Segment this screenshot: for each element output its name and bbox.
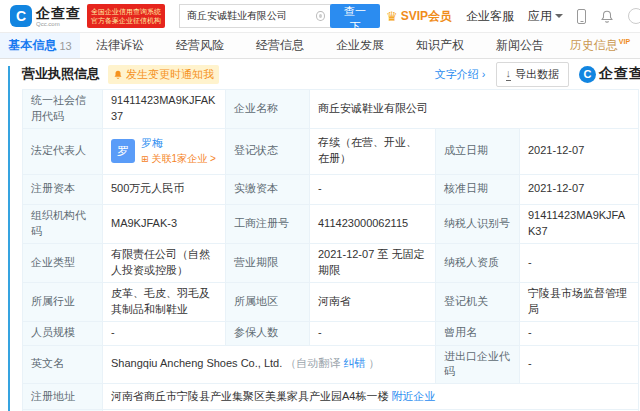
taxpayer-quality-value: -: [520, 243, 639, 282]
image-search-icon[interactable]: [316, 11, 325, 21]
region-value: 河南省: [310, 282, 436, 321]
org-code-label: 组织机构代码: [23, 204, 103, 243]
legal-rep-avatar: 罗: [111, 139, 135, 163]
notify-on-change-toggle[interactable]: 发生变更时通知我: [108, 65, 219, 84]
notification-bell-icon[interactable]: [600, 9, 614, 24]
taxpayer-id-value: 91411423MA9KJFAK37: [520, 204, 639, 243]
address-value: 河南省商丘市宁陵县产业集聚区美巢家具产业园A4栋一楼: [111, 390, 388, 402]
table-row: 注册地址 河南省商丘市宁陵县产业集聚区美巢家具产业园A4栋一楼 附近企业: [23, 384, 639, 410]
biz-reg-no-value: 411423000062115: [310, 204, 436, 243]
apps-menu[interactable]: 应用: [528, 8, 563, 25]
english-name-label: 英文名: [23, 345, 103, 384]
taxpayer-quality-label: 纳税人资质: [436, 243, 520, 282]
mobile-app-icon[interactable]: [577, 9, 586, 24]
staff-size-label: 人员规模: [23, 321, 103, 345]
export-data-button[interactable]: ↓ 导出数据: [496, 62, 570, 87]
text-intro-link[interactable]: 文字介绍 ›: [435, 67, 486, 82]
qcc-logo-domain: Qcc.com: [36, 21, 81, 27]
tab-basic-info-label: 基本信息: [8, 37, 56, 54]
industry-value: 皮革、毛皮、羽毛及其制品和制鞋业: [103, 282, 226, 321]
est-date-label: 成立日期: [436, 128, 520, 174]
chevron-down-icon: [555, 14, 563, 18]
table-row: 英文名 Shangqiu Ancheng Shoes Co., Ltd. （自动…: [23, 345, 639, 384]
official-badge: 全国企业信用查询系统 官方备案企业征信机构: [87, 4, 165, 29]
insured-label: 参保人数: [226, 321, 310, 345]
industry-label: 所属行业: [23, 282, 103, 321]
official-badge-line2: 官方备案企业征信机构: [91, 16, 161, 25]
reg-capital-label: 注册资本: [23, 174, 103, 204]
company-nav-tabs: 基本信息 13 法律诉讼 经营风险 经营信息 企业发展 知识产权 新闻公告 历史…: [0, 32, 640, 59]
bell-icon: [113, 69, 123, 80]
table-row: 所属行业 皮革、毛皮、羽毛及其制品和制鞋业 所属地区 河南省 登记机关 宁陵县市…: [23, 282, 639, 321]
legal-rep-link[interactable]: 罗梅: [141, 137, 216, 150]
approve-date-value: 2021-12-07: [520, 174, 639, 204]
notify-label: 发生变更时通知我: [126, 67, 214, 82]
enterprise-service-link[interactable]: 企业客服: [466, 8, 514, 25]
paid-capital-label: 实缴资本: [226, 174, 310, 204]
address-label: 注册地址: [23, 384, 103, 410]
qcc-watermark: C 企查查: [579, 65, 640, 83]
official-badge-line1: 全国企业信用查询系统: [91, 7, 161, 16]
authority-value: 宁陵县市场监督管理局: [520, 282, 639, 321]
reg-status-label: 登记状态: [226, 128, 310, 174]
apps-label: 应用: [528, 9, 552, 23]
qcc-logo-text: 企查查: [36, 6, 81, 20]
import-export-value: -: [520, 345, 639, 384]
related-companies-link[interactable]: 关联1家企业 >: [152, 153, 216, 164]
tab-operation-info[interactable]: 经营信息: [240, 33, 320, 58]
company-type-value: 有限责任公司（自然人投资或控股）: [103, 243, 226, 282]
insured-value: -: [310, 321, 436, 345]
search-button[interactable]: 查一下: [330, 4, 380, 28]
tab-legal-litigation[interactable]: 法律诉讼: [80, 33, 160, 58]
table-row: 人员规模 - 参保人数 - 曾用名 -: [23, 321, 639, 345]
business-license-table: 统一社会信用代码 91411423MA9KJFAK37 企业名称 商丘安诚鞋业有…: [22, 89, 639, 411]
left-scroll-rail: [8, 66, 10, 411]
qcc-logo[interactable]: C 企查查 Qcc.com: [10, 5, 81, 27]
tab-news[interactable]: 新闻公告: [480, 33, 560, 58]
authority-label: 登记机关: [436, 282, 520, 321]
former-name-value: -: [520, 321, 639, 345]
credit-code-label: 统一社会信用代码: [23, 90, 103, 129]
table-row: 注册资本 500万元人民币 实缴资本 - 核准日期 2021-12-07: [23, 174, 639, 204]
org-code-value: MA9KJFAK-3: [103, 204, 226, 243]
taxpayer-id-label: 纳税人识别号: [436, 204, 520, 243]
tab-company-development[interactable]: 企业发展: [320, 33, 400, 58]
svip-label: SVIP会员: [401, 8, 452, 25]
reg-status-value: 存续（在营、开业、在册）: [310, 128, 436, 174]
svip-member-link[interactable]: ♛ SVIP会员: [386, 8, 452, 25]
biz-term-label: 营业期限: [226, 243, 310, 282]
vip-badge: VIP: [619, 38, 630, 45]
paid-capital-value: -: [310, 174, 436, 204]
former-name-label: 曾用名: [436, 321, 520, 345]
qcc-watermark-icon: C: [579, 66, 596, 83]
crown-icon: ♛: [386, 9, 398, 24]
table-row: 企业类型 有限责任公司（自然人投资或控股） 营业期限 2021-12-07 至 …: [23, 243, 639, 282]
credit-code-value: 91411423MA9KJFAK37: [103, 90, 226, 129]
reg-capital-value: 500万元人民币: [103, 174, 226, 204]
import-export-label: 进出口企业代码: [436, 345, 520, 384]
company-type-label: 企业类型: [23, 243, 103, 282]
staff-size-value: -: [103, 321, 226, 345]
auto-translate-note: （自动翻译: [285, 357, 340, 369]
tab-intellectual-property[interactable]: 知识产权: [400, 33, 480, 58]
qcc-watermark-text: 企查查: [599, 65, 640, 83]
qcc-logo-icon: C: [10, 5, 32, 27]
correct-translation-link[interactable]: 纠错: [343, 357, 365, 369]
tab-operation-risk[interactable]: 经营风险: [160, 33, 240, 58]
export-label: 导出数据: [515, 67, 559, 82]
biz-term-value: 2021-12-07 至 无固定期限: [310, 243, 436, 282]
company-search-input[interactable]: [179, 4, 331, 28]
est-date-value: 2021-12-07: [520, 128, 639, 174]
table-row: 法定代表人 罗 罗梅 ⊞ 关联1家企业 > 登记状态 存续（在营、开业、在册） …: [23, 128, 639, 174]
nearby-companies-link[interactable]: 附近企业: [392, 390, 436, 402]
tab-basic-info[interactable]: 基本信息 13: [0, 33, 80, 58]
table-row: 组织机构代码 MA9KJFAK-3 工商注册号 411423000062115 …: [23, 204, 639, 243]
company-name-label: 企业名称: [226, 90, 310, 129]
help-icon[interactable]: [628, 8, 640, 24]
download-icon: ↓: [506, 68, 512, 81]
tab-history-info[interactable]: 历史信息 VIP: [560, 33, 640, 58]
table-row: 统一社会信用代码 91411423MA9KJFAK37 企业名称 商丘安诚鞋业有…: [23, 90, 639, 129]
legal-rep-label: 法定代表人: [23, 128, 103, 174]
english-name-value: Shangqiu Ancheng Shoes Co., Ltd.: [111, 357, 282, 369]
region-label: 所属地区: [226, 282, 310, 321]
